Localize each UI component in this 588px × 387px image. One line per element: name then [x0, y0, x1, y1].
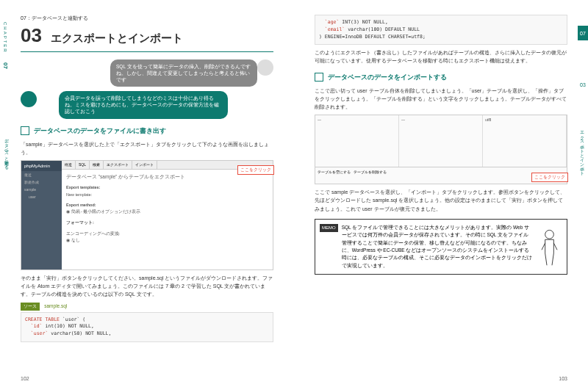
dialogue-row-2: 会員データを誤って削除してしまうなどのミスは十分にあり得るね。ミスを避けるために… — [21, 91, 273, 118]
ss-nav-item: 最近 — [21, 171, 62, 178]
svg-point-0 — [545, 230, 554, 239]
callout-click-here: ここをクリック — [237, 165, 274, 175]
side-tab-section: 03 — [578, 77, 588, 92]
side-label-right: エクスポートとインポート — [580, 129, 585, 173]
page-number-left: 102 — [21, 376, 29, 381]
paragraph-3: このようにエクスポート（書き出し）したファイルがあればテーブルの構造、さらに挿入… — [315, 48, 567, 65]
screenshot-phpmyadmin-export: phpMyAdmin 最近 新規作成 sample user 構造 SQL 検索… — [21, 160, 273, 270]
side-tab-chapter: 07 — [578, 26, 588, 40]
avatar-teacher — [21, 91, 37, 107]
page-left: CHAPTER 07 データベースと連動する 07：データベースと連動する 03… — [0, 0, 294, 387]
ss-tab: エクスポート — [104, 161, 132, 169]
ss-label: New template: — [66, 192, 268, 197]
section-title-export: データベースのデータをファイルに書き出す — [34, 126, 166, 136]
ss-label: エンコーディングへの変換: — [66, 231, 268, 236]
ss-nav-item: sample — [21, 186, 62, 193]
ss-tab: SQL — [76, 161, 90, 169]
ss-heading: データベース "sample" からテーブルをエクスポート — [66, 174, 268, 181]
callout-click-here: ここをクリック — [531, 173, 568, 182]
ss-tab: インポート — [132, 161, 157, 169]
ss-content: データベース "sample" からテーブルをエクスポート Export tem… — [62, 170, 273, 247]
dialogue-row-1: SQL 文を使って簡単にデータの挿入、削除ができるんですね。しかし、間違えて変更… — [21, 59, 273, 87]
ss-radio-label: ◉ なし — [66, 238, 268, 243]
paragraph-5: ここで sample データベースを選択し、「インポート」タブをクリックします。… — [315, 188, 567, 213]
avatar-student — [257, 59, 273, 76]
memo-label: MEMO — [320, 224, 338, 233]
memo-box: MEMO SQL をファイルで管理できることには大きなメリットがあります。実際の… — [315, 219, 567, 275]
code-block-right: `age` INT(3) NOT NULL, `email` varchar(1… — [315, 15, 567, 45]
ss-tab: 検索 — [90, 161, 104, 169]
ss2-bottom: テーブルを空にする テーブルを削除する — [315, 167, 567, 176]
code-block-left: CREATE TABLE `user` ( `id` int(10) NOT N… — [21, 312, 273, 342]
paragraph-2: そのまま「実行」ボタンをクリックしてください。sample.sql というファイ… — [21, 274, 273, 299]
phpmyadmin-logo: phpMyAdmin — [21, 161, 62, 171]
side-label-left: データベースと連動する — [4, 136, 10, 167]
breadcrumb: 07：データベースと連動する — [21, 15, 273, 22]
person-illustration — [537, 224, 562, 270]
ss-tab: 構造 — [62, 161, 76, 169]
code-label: ソース — [21, 303, 40, 311]
section-marker-icon — [21, 126, 29, 135]
memo-text: SQL をファイルで管理できることには大きなメリットがあります。実際の Web … — [342, 224, 533, 270]
ss-label: Export method: — [66, 203, 268, 207]
ss2-grid: — — utf8 — [315, 115, 567, 167]
code-header: ソース sample.sql — [21, 303, 273, 311]
ss2-col: utf8 — [483, 115, 567, 167]
ss2-col: — — [315, 115, 399, 167]
ss-nav-item: 新規作成 — [21, 178, 62, 186]
title-text: エクスポートとインポート — [51, 32, 183, 46]
paragraph-4: ここで思い切って user テーブル自体を削除してしまいましょう。「user」テ… — [315, 87, 567, 112]
ss-sidebar: phpMyAdmin 最近 新規作成 sample user — [21, 161, 62, 270]
code-filename: sample.sql — [44, 303, 67, 308]
section-title-import: データベースのデータをインポートする — [328, 73, 447, 82]
chapter-label: CHAPTER — [3, 22, 7, 54]
ss-nav-item: user — [21, 193, 62, 200]
paragraph-1: 「sample」データベースを選択した上で「エクスポート」タブをクリックして下の… — [21, 140, 273, 156]
speech-bubble-teacher: 会員データを誤って削除してしまうなどのミスは十分にあり得るね。ミスを避けるために… — [59, 91, 228, 118]
ss-label: フォーマット: — [66, 220, 268, 225]
title-row: 03 エクスポートとインポート — [21, 24, 273, 52]
page-right: 07 03 エクスポートとインポート `age` INT(3) NOT NULL… — [294, 0, 588, 387]
title-number: 03 — [21, 24, 42, 47]
screenshot-phpmyadmin-delete: — — utf8 テーブルを空にする テーブルを削除する ここをクリック — [315, 115, 567, 184]
ss2-col: — — [399, 115, 483, 167]
section-header-export: データベースのデータをファイルに書き出す — [21, 126, 273, 136]
ss-main: 構造 SQL 検索 エクスポート インポート データベース "sample" か… — [62, 161, 273, 270]
ss-label: Export templates: — [66, 185, 268, 189]
ss-radio-label: ◉ 簡易 - 最小限のオプションだけ表示 — [66, 209, 268, 214]
page-number-right: 103 — [559, 376, 567, 381]
section-header-import: データベースのデータをインポートする — [315, 73, 567, 82]
speech-bubble-student: SQL 文を使って簡単にデータの挿入、削除ができるんですね。しかし、間違えて変更… — [110, 59, 257, 87]
chapter-number: 07 — [2, 62, 9, 69]
section-marker-icon — [315, 73, 323, 82]
